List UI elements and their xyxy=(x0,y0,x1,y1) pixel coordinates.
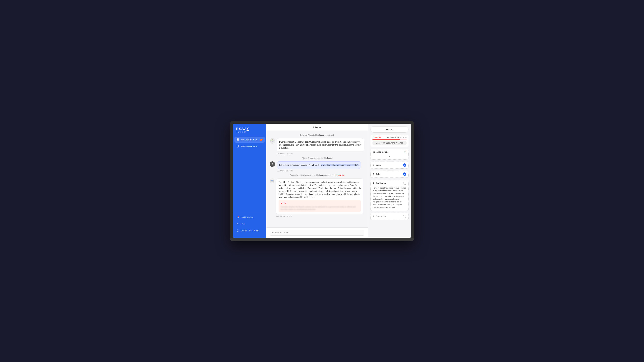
system-text-1: Emanuel AI started the Issue component xyxy=(300,134,334,136)
app-name: ESSAY xyxy=(236,127,263,131)
svg-rect-19 xyxy=(271,180,272,181)
step-rule-number: 2. xyxy=(373,173,374,175)
my-assessments-label: My Assessments xyxy=(241,145,257,148)
shield-icon xyxy=(236,229,239,232)
feedback-text: Your identification of the issue focuses… xyxy=(278,181,360,198)
svg-point-7 xyxy=(238,216,239,217)
svg-rect-17 xyxy=(274,140,274,141)
question-details-header: Question Details 📄 xyxy=(373,151,406,153)
bot-message-1: Pam's complaint alleges two constitution… xyxy=(270,138,364,155)
user-text-before: Is the Board's decision to assign Pam to… xyxy=(279,164,320,166)
app-logo: ESSAY TUTOR xyxy=(233,127,266,137)
chat-header: 1. Issue xyxy=(266,124,368,131)
due-info: 1 days left Due: 08/31/2024 12:28 PM Att… xyxy=(370,135,408,147)
main-content: 1. Issue Emanuel AI started the Issue co… xyxy=(266,124,368,238)
robot-svg-1 xyxy=(270,139,275,143)
svg-text:?: ? xyxy=(237,223,238,225)
step-rule-text: Rule xyxy=(376,173,380,175)
question-icon: ? xyxy=(236,223,239,225)
hint-label: ● Hint xyxy=(280,201,359,205)
svg-point-23 xyxy=(272,179,272,180)
due-bar-fill xyxy=(372,139,400,140)
assessment-icon xyxy=(236,145,239,148)
bot-avatar-feedback xyxy=(270,178,274,183)
issue-highlight-3: Issue xyxy=(319,174,324,176)
svg-rect-21 xyxy=(272,181,272,182)
hint-label-text: Hint xyxy=(282,202,286,205)
right-panel: Restart 1 days left Due: 08/31/2024 12:2… xyxy=(368,124,411,238)
user-text-highlight: a violation of her personal privacy righ… xyxy=(321,164,358,166)
step-rule-label: 2. Rule xyxy=(373,173,380,175)
restart-button[interactable]: Restart xyxy=(370,126,408,133)
days-left: 1 days left xyxy=(372,136,382,138)
question-details-chevron[interactable]: ▾ xyxy=(373,155,406,158)
application-number: 3. xyxy=(373,182,374,184)
conclusion-number: 4. xyxy=(373,215,374,218)
chat-area: Emanuel AI started the Issue component xyxy=(266,131,368,227)
step-conclusion-pending xyxy=(403,215,406,218)
chat-input[interactable] xyxy=(270,230,364,236)
robot-svg-feedback xyxy=(270,179,274,183)
copy-button[interactable]: ⧉ xyxy=(358,164,359,167)
sidebar-item-notifications[interactable]: Notifications xyxy=(234,214,265,220)
due-date: Due: 08/31/2024 12:28 PM xyxy=(386,136,406,138)
due-top: 1 days left Due: 08/31/2024 12:28 PM xyxy=(372,136,406,138)
hint-dot: ● xyxy=(280,201,282,205)
chevron-down-icon: ▾ xyxy=(389,155,390,158)
conclusion-label: 4. Conclusion xyxy=(373,215,386,218)
step-rule-check: ✓ xyxy=(403,172,406,176)
bot-avatar-1 xyxy=(270,138,275,144)
due-bar xyxy=(372,139,406,140)
document-icon xyxy=(236,138,239,141)
step-application-pending xyxy=(403,182,406,185)
laptop-screen: ESSAY TUTOR My Assignments 6 xyxy=(233,124,411,238)
chat-input-area xyxy=(266,227,368,238)
assignments-badge: 6 xyxy=(260,139,263,141)
svg-point-15 xyxy=(272,139,273,140)
issue-highlight-2: Issue xyxy=(327,157,332,159)
svg-rect-12 xyxy=(272,141,273,141)
application-body: Here, you apply the rules you've outline… xyxy=(371,187,408,211)
laptop-base xyxy=(230,238,414,241)
hint-box: ● Hint Consider whether the Board's acti… xyxy=(278,200,361,212)
sidebar-nav: My Assignments 6 My Assessments xyxy=(233,137,266,210)
user-timestamp-1: 08/29/2024, 2:16 PM xyxy=(277,170,361,172)
sidebar: ESSAY TUTOR My Assignments 6 xyxy=(233,124,266,238)
app-name-y: Y xyxy=(246,127,249,131)
incorrect-label: Incorrect xyxy=(336,174,344,176)
system-message-3: Emanuel AI rates the answer to this Issu… xyxy=(270,174,364,176)
sidebar-item-my-assignments[interactable]: My Assignments 6 xyxy=(234,137,265,143)
application-label: 3. Application xyxy=(373,182,386,184)
bot-feedback-message: Your identification of the issue focuses… xyxy=(270,178,364,217)
svg-rect-20 xyxy=(272,180,273,181)
bot-timestamp-1: 08/29/2024, 2:15 PM xyxy=(277,153,364,155)
attempt-badge: Attempt #1 08/29/2024, 2:15 PM xyxy=(372,141,406,145)
laptop-outer: ESSAY TUTOR My Assignments 6 xyxy=(230,121,414,241)
step-issue-check: ✓ xyxy=(403,163,406,167)
svg-rect-13 xyxy=(272,141,273,142)
step-issue: 1. Issue ✓ xyxy=(370,162,408,169)
svg-rect-10 xyxy=(271,140,274,142)
sidebar-item-essay-tutor-admin[interactable]: Essay Tutor Admin xyxy=(234,228,265,234)
application-header: 3. Application xyxy=(371,180,408,187)
svg-rect-24 xyxy=(270,180,271,181)
sidebar-item-faq[interactable]: ? FAQ xyxy=(234,221,265,227)
bot-text-1: Pam's complaint alleges two constitution… xyxy=(279,141,361,149)
feedback-bubble: Your identification of the issue focuses… xyxy=(276,178,363,214)
sidebar-item-my-assessments[interactable]: My Assessments xyxy=(234,143,265,149)
my-assignments-label: My Assignments xyxy=(241,138,257,141)
chat-title: 1. Issue xyxy=(312,126,321,129)
question-details-label: Question Details xyxy=(373,151,388,153)
svg-rect-11 xyxy=(272,141,272,141)
bell-icon xyxy=(236,216,239,219)
application-text: Application xyxy=(376,182,386,184)
system-message-1: Emanuel AI started the Issue component xyxy=(270,134,364,136)
question-details-section[interactable]: Question Details 📄 ▾ xyxy=(370,149,408,160)
feedback-timestamp: 08/29/2024, 2:16 PM xyxy=(276,216,363,217)
step-issue-number: 1. xyxy=(373,164,374,166)
app-subtitle: TUTOR xyxy=(236,131,263,133)
svg-rect-18 xyxy=(270,180,273,182)
sidebar-bottom: Notifications ? FAQ Essay Tutor Admin xyxy=(233,212,266,234)
step-issue-text: Issue xyxy=(376,164,381,166)
system-message-2: Alexey Syrkovsky submits this Issue xyxy=(270,157,364,159)
